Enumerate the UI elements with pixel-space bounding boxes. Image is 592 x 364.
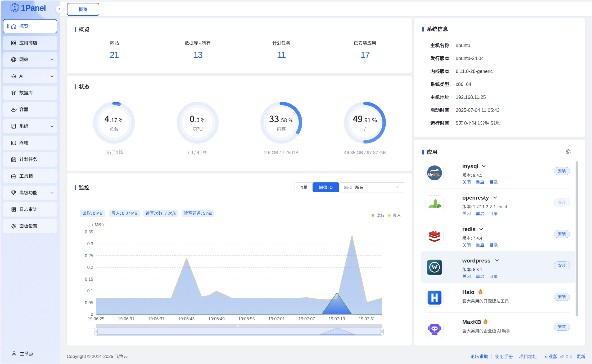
svg-text:MySQL: MySQL — [428, 173, 440, 177]
svg-text:0: 0 — [91, 312, 93, 317]
svg-text:19:07:01: 19:07:01 — [268, 317, 285, 321]
svg-text:W: W — [431, 264, 437, 271]
svg-text:0.05: 0.05 — [85, 301, 93, 305]
svg-text:19:06:49: 19:06:49 — [208, 317, 225, 321]
svg-text:19:06:31: 19:06:31 — [118, 317, 134, 321]
svg-text:19:07:31: 19:07:31 — [359, 317, 375, 321]
svg-text:19:07:07: 19:07:07 — [299, 317, 315, 321]
svg-text:19:06:37: 19:06:37 — [148, 317, 164, 321]
svg-text:0.1: 0.1 — [87, 289, 93, 293]
svg-text:19:06:55: 19:06:55 — [238, 317, 255, 321]
svg-text:( MB ): ( MB ) — [92, 223, 104, 227]
svg-text:0.2: 0.2 — [87, 265, 93, 270]
svg-text:1: 1 — [13, 5, 16, 11]
svg-text:0.35: 0.35 — [85, 230, 93, 234]
svg-text:1Panel: 1Panel — [21, 3, 46, 13]
svg-text:0.15: 0.15 — [85, 277, 93, 282]
svg-text:19:06:43: 19:06:43 — [178, 317, 195, 321]
svg-text:0.25: 0.25 — [85, 254, 93, 258]
svg-text:19:06:25: 19:06:25 — [88, 317, 104, 321]
svg-text:19:07:13: 19:07:13 — [328, 317, 345, 321]
svg-text:0.3: 0.3 — [87, 242, 93, 246]
